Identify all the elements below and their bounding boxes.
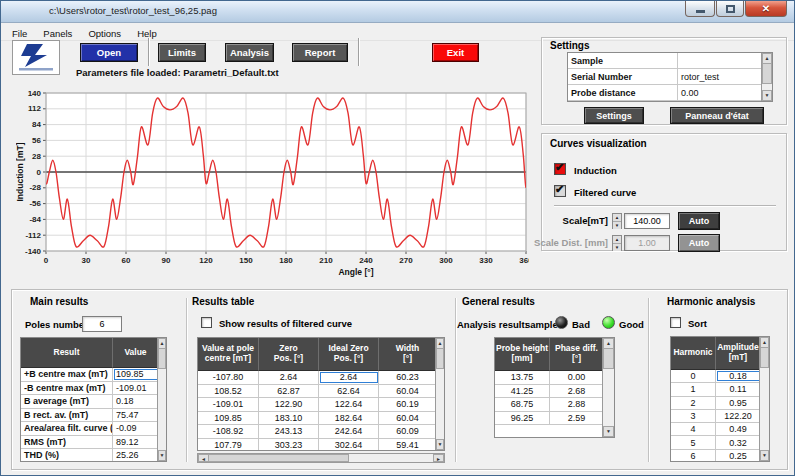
table-cell[interactable]: Sample: [568, 53, 678, 68]
table-cell[interactable]: rotor_test: [678, 69, 763, 84]
table-cell[interactable]: 183.10: [259, 412, 319, 425]
show-filtered-checkbox[interactable]: [201, 317, 212, 328]
scroll-up-button[interactable]: ▲: [436, 338, 444, 349]
maximize-button[interactable]: [716, 1, 744, 17]
scroll-up-button[interactable]: ▲: [158, 338, 166, 349]
table-cell[interactable]: 108.52: [198, 385, 259, 398]
table-cell[interactable]: 0.00: [550, 371, 604, 384]
scroll-track[interactable]: [158, 369, 166, 450]
scroll-thumb[interactable]: [603, 349, 614, 369]
table-cell[interactable]: 59.41: [379, 439, 437, 452]
table-cell[interactable]: 0.25: [716, 450, 761, 462]
table-cell[interactable]: 243.13: [259, 425, 319, 438]
menu-item-file[interactable]: File: [4, 25, 35, 39]
close-button[interactable]: ✕: [745, 1, 787, 17]
table-cell[interactable]: 0: [671, 370, 716, 382]
table-cell[interactable]: 2: [671, 397, 716, 409]
scale-dist-value-field[interactable]: 1.00: [624, 235, 670, 251]
vertical-scrollbar[interactable]: ▲▼: [602, 338, 614, 437]
vertical-scrollbar[interactable]: ▲▼: [759, 337, 769, 461]
table-cell[interactable]: 0.18: [113, 395, 159, 408]
table-cell[interactable]: B rect. av. (mT): [21, 409, 113, 422]
scroll-down-button[interactable]: ▼: [603, 426, 614, 437]
exit-button[interactable]: Exit: [432, 43, 479, 62]
vertical-scrollbar[interactable]: ▲▼: [435, 338, 444, 450]
table-cell[interactable]: 107.79: [198, 439, 259, 452]
table-cell[interactable]: RMS (mT): [21, 436, 113, 449]
table-cell[interactable]: 60.23: [379, 371, 437, 384]
table-cell[interactable]: THD (%): [21, 449, 113, 462]
table-cell[interactable]: 1: [671, 383, 716, 395]
table-cell[interactable]: 242.64: [319, 425, 379, 438]
scroll-track[interactable]: [436, 369, 444, 439]
table-cell[interactable]: -0.09: [113, 422, 159, 435]
table-cell[interactable]: 2.64: [319, 371, 379, 384]
horizontal-scrollbar[interactable]: ◄ ►: [197, 453, 445, 463]
induction-checkbox[interactable]: ✔: [554, 163, 566, 175]
table-cell[interactable]: -B centre max (mT): [21, 382, 113, 395]
vertical-scrollbar[interactable]: ▲▼: [761, 53, 772, 101]
scroll-thumb[interactable]: [158, 349, 166, 369]
spin-up-icon[interactable]: ▲: [613, 214, 621, 222]
table-cell[interactable]: -107.80: [198, 371, 259, 384]
scroll-down-button[interactable]: ▼: [760, 450, 769, 461]
spin-up-icon[interactable]: ▲: [613, 236, 621, 244]
scale-spinner[interactable]: ▲▼: [612, 213, 622, 229]
settings-button[interactable]: Settings: [584, 107, 644, 124]
table-cell[interactable]: 2.88: [550, 398, 604, 411]
table-cell[interactable]: 5: [671, 436, 716, 448]
table-cell[interactable]: 4: [671, 423, 716, 435]
table-cell[interactable]: 75.47: [113, 409, 159, 422]
table-cell[interactable]: 0.32: [716, 436, 761, 448]
vertical-scrollbar[interactable]: ▲▼: [157, 338, 166, 461]
table-cell[interactable]: 2.59: [550, 412, 604, 425]
minimize-button[interactable]: [685, 1, 715, 17]
table-cell[interactable]: 62.87: [259, 385, 319, 398]
scroll-down-button[interactable]: ▼: [158, 450, 166, 461]
table-cell[interactable]: Serial Number: [568, 69, 678, 84]
table-cell[interactable]: -108.92: [198, 425, 259, 438]
table-cell[interactable]: 89.12: [113, 436, 159, 449]
scroll-thumb[interactable]: [760, 348, 769, 368]
filtered-curve-checkbox[interactable]: ✔: [554, 185, 566, 197]
table-cell[interactable]: 60.04: [379, 412, 437, 425]
table-cell[interactable]: 109.85: [113, 368, 159, 381]
table-cell[interactable]: [678, 53, 763, 68]
scroll-thumb[interactable]: [436, 349, 444, 369]
scroll-down-button[interactable]: ▼: [436, 439, 444, 450]
scale-dist-auto-button[interactable]: Auto: [678, 234, 720, 252]
table-cell[interactable]: 303.23: [259, 439, 319, 452]
table-cell[interactable]: -109.01: [198, 398, 259, 411]
table-cell[interactable]: 0.95: [716, 397, 761, 409]
table-cell[interactable]: 25.26: [113, 449, 159, 462]
scroll-track[interactable]: [349, 454, 433, 462]
table-cell[interactable]: 60.04: [379, 385, 437, 398]
table-cell[interactable]: 2.64: [259, 371, 319, 384]
scale-dist-spinner[interactable]: ▲▼: [612, 235, 622, 251]
report-button[interactable]: Report: [292, 43, 348, 62]
menu-item-help[interactable]: Help: [129, 25, 165, 39]
table-cell[interactable]: 0.49: [716, 423, 761, 435]
scroll-up-button[interactable]: ▲: [760, 337, 769, 348]
table-cell[interactable]: 2.68: [550, 385, 604, 398]
table-cell[interactable]: 96.25: [495, 412, 550, 425]
table-cell[interactable]: 13.75: [495, 371, 550, 384]
analysis-button[interactable]: Analysis: [225, 43, 274, 62]
spin-down-icon[interactable]: ▼: [613, 222, 621, 229]
spin-down-icon[interactable]: ▼: [613, 244, 621, 251]
table-cell[interactable]: 68.75: [495, 398, 550, 411]
scale-auto-button[interactable]: Auto: [678, 212, 720, 230]
table-cell[interactable]: 302.64: [319, 439, 379, 452]
table-cell[interactable]: 60.09: [379, 425, 437, 438]
scroll-up-button[interactable]: ▲: [603, 338, 614, 349]
table-cell[interactable]: 122.64: [319, 398, 379, 411]
scroll-down-button[interactable]: ▼: [762, 90, 772, 101]
limits-button[interactable]: Limits: [158, 43, 206, 62]
table-cell[interactable]: 122.20: [716, 410, 761, 422]
sort-checkbox[interactable]: [670, 317, 681, 328]
scroll-track[interactable]: [603, 369, 614, 426]
table-cell[interactable]: 41.25: [495, 385, 550, 398]
scroll-track[interactable]: [760, 368, 769, 450]
table-cell[interactable]: 60.19: [379, 398, 437, 411]
menu-item-options[interactable]: Options: [80, 25, 129, 39]
